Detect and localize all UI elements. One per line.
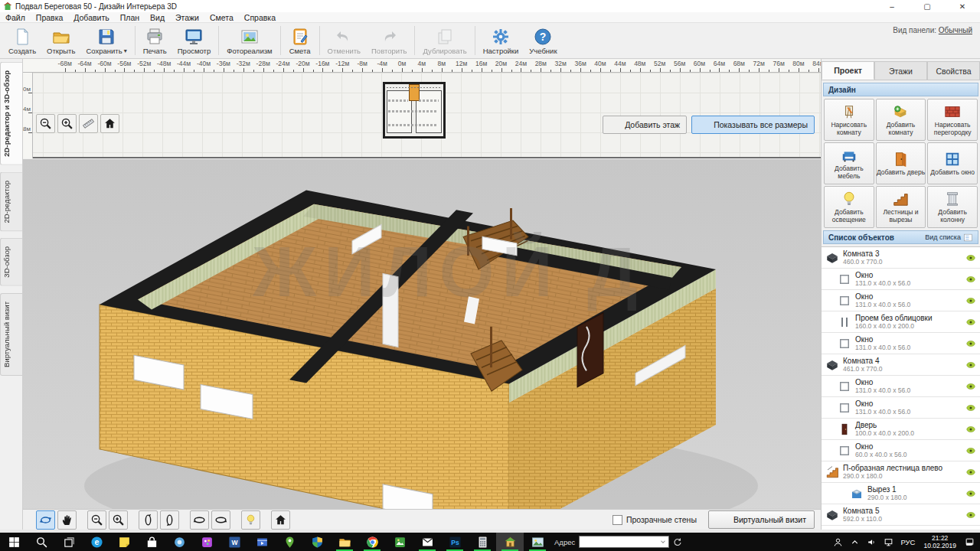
- zoom-out-button[interactable]: [36, 114, 55, 133]
- panel-view-link[interactable]: Обычный: [939, 26, 972, 34]
- home-button[interactable]: [271, 510, 290, 530]
- tilt-left-button[interactable]: [139, 510, 158, 530]
- zoom-in-button[interactable]: [57, 114, 77, 133]
- menu-6[interactable]: Смета: [204, 13, 239, 22]
- menu-2[interactable]: Добавить: [68, 13, 114, 22]
- taskbar-edge[interactable]: e: [83, 533, 110, 551]
- action-center-icon[interactable]: [962, 533, 977, 551]
- toolbar-button-4[interactable]: Просмотр: [172, 23, 216, 58]
- refresh-icon[interactable]: [673, 537, 682, 546]
- show-all-dimensions-button[interactable]: Показывать все размеры: [691, 116, 815, 134]
- zoom-in-button[interactable]: [109, 510, 128, 530]
- floor-plan-thumbnail[interactable]: [383, 82, 446, 139]
- panel-tab-2[interactable]: Свойства: [927, 61, 980, 80]
- visibility-eye-icon[interactable]: [965, 360, 976, 370]
- visibility-eye-icon[interactable]: [965, 317, 976, 328]
- toolbar-button-3[interactable]: Печать: [138, 23, 172, 58]
- visibility-eye-icon[interactable]: [965, 510, 976, 520]
- taskbar-chrome[interactable]: [358, 533, 386, 551]
- toolbar-button-6[interactable]: Смета: [283, 23, 317, 58]
- view-tab-1[interactable]: 2D-редактор: [0, 172, 22, 232]
- taskbar-word[interactable]: W: [220, 533, 248, 551]
- taskbar-photos[interactable]: [165, 533, 193, 551]
- object-row-5[interactable]: Комната 4461.0 x 770.0: [822, 354, 980, 376]
- toolbar-button-2[interactable]: Сохранить▾: [80, 23, 132, 58]
- design-button-5[interactable]: Добавить окно: [927, 142, 978, 184]
- design-button-1[interactable]: Добавить комнату: [876, 99, 926, 141]
- plan-2d-viewport[interactable]: 0м4м8м Добавить этаж Показыва: [23, 73, 821, 158]
- rotate-360-button[interactable]: [36, 510, 55, 530]
- object-row-12[interactable]: Комната 5592.0 x 110.0: [822, 504, 980, 526]
- tilt-right-button[interactable]: [160, 510, 179, 530]
- language-indicator[interactable]: РУС: [897, 538, 918, 546]
- minimize-button[interactable]: –: [874, 0, 910, 12]
- network-icon[interactable]: [880, 533, 896, 551]
- taskbar-photoshop[interactable]: Ps: [441, 533, 469, 551]
- taskbar-search[interactable]: [28, 533, 55, 551]
- visibility-eye-icon[interactable]: [965, 445, 976, 456]
- zoom-out-button[interactable]: [87, 510, 106, 530]
- clock[interactable]: 21:22 10.02.2019: [920, 534, 960, 549]
- toolbar-button-0[interactable]: Создать: [3, 23, 41, 58]
- view-tab-0[interactable]: 2D-редактор и 3D-обзор: [0, 62, 22, 165]
- chevron-down-icon[interactable]: [659, 538, 667, 546]
- orbit-left-button[interactable]: [190, 510, 209, 530]
- design-button-7[interactable]: Лестницы и вырезы: [876, 186, 926, 228]
- menu-5[interactable]: Этажи: [170, 13, 204, 22]
- menu-0[interactable]: Файл: [0, 13, 31, 22]
- toolbar-button-10[interactable]: Настройки: [478, 23, 524, 58]
- menu-4[interactable]: Вид: [145, 13, 170, 22]
- speaker-icon[interactable]: [864, 533, 879, 551]
- design-button-2[interactable]: Нарисовать перегородку: [927, 99, 978, 141]
- save-dropdown-arrow[interactable]: ▾: [124, 47, 127, 54]
- taskbar-paint[interactable]: [193, 533, 220, 551]
- design-button-8[interactable]: Добавить колонну: [927, 186, 978, 228]
- toolbar-button-5[interactable]: Фотореализм: [221, 23, 277, 58]
- visibility-eye-icon[interactable]: [965, 467, 976, 478]
- taskbar-calculator[interactable]: [469, 533, 496, 551]
- virtual-visit-button[interactable]: Виртуальный визит: [708, 510, 815, 529]
- menu-3[interactable]: План: [115, 13, 145, 22]
- chevron-up-icon[interactable]: [847, 533, 862, 551]
- visibility-eye-icon[interactable]: [965, 253, 976, 263]
- add-floor-button[interactable]: Добавить этаж: [603, 116, 687, 134]
- taskbar-store[interactable]: [138, 533, 165, 551]
- taskbar-start[interactable]: [0, 533, 28, 551]
- taskbar-explorer[interactable]: [331, 533, 358, 551]
- object-row-7[interactable]: Окно131.0 x 40.0 x 56.0: [822, 397, 980, 419]
- taskbar-sticky-notes[interactable]: [110, 533, 138, 551]
- visibility-eye-icon[interactable]: [965, 424, 976, 435]
- taskbar-security[interactable]: [303, 533, 331, 551]
- maximize-button[interactable]: ▢: [910, 0, 945, 12]
- address-input[interactable]: [579, 536, 669, 548]
- close-button[interactable]: ✕: [945, 0, 980, 12]
- object-row-6[interactable]: Окно131.0 x 40.0 x 56.0: [822, 376, 980, 397]
- taskbar-image-app[interactable]: [386, 533, 413, 551]
- pan-hand-button[interactable]: [57, 510, 77, 530]
- object-row-11[interactable]: Вырез 1290.0 x 180.0: [822, 483, 980, 504]
- taskbar-photo-viewer[interactable]: [524, 533, 551, 551]
- visibility-eye-icon[interactable]: [965, 274, 976, 285]
- taskbar-mail[interactable]: [413, 533, 441, 551]
- visibility-eye-icon[interactable]: [965, 488, 976, 499]
- view-tab-3[interactable]: Виртуальный визит: [0, 293, 22, 376]
- measure-button[interactable]: [79, 114, 98, 133]
- list-view-icon[interactable]: [963, 233, 973, 243]
- object-row-9[interactable]: Окно60.0 x 40.0 x 56.0: [822, 440, 980, 461]
- object-row-3[interactable]: Проем без облицовки160.0 x 40.0 x 200.0: [822, 311, 980, 333]
- viewport-3d[interactable]: ЖИЛОЙ Д: [23, 159, 821, 547]
- panel-tab-0[interactable]: Проект: [822, 61, 874, 80]
- view-tab-2[interactable]: 3D-обзор: [0, 238, 22, 286]
- object-row-1[interactable]: Окно131.0 x 40.0 x 56.0: [822, 269, 980, 290]
- menu-7[interactable]: Справка: [239, 13, 281, 22]
- taskbar-task-view[interactable]: [55, 533, 83, 551]
- taskbar-movies[interactable]: [248, 533, 276, 551]
- visibility-eye-icon[interactable]: [965, 403, 976, 413]
- transparent-walls-option[interactable]: Прозрачные стены: [612, 515, 697, 525]
- visibility-eye-icon[interactable]: [965, 338, 976, 349]
- toolbar-button-11[interactable]: ?Учебник: [524, 23, 562, 58]
- toolbar-button-1[interactable]: Открыть: [41, 23, 80, 58]
- object-row-2[interactable]: Окно131.0 x 40.0 x 56.0: [822, 290, 980, 311]
- visibility-eye-icon[interactable]: [965, 381, 976, 392]
- object-row-4[interactable]: Окно131.0 x 40.0 x 56.0: [822, 333, 980, 354]
